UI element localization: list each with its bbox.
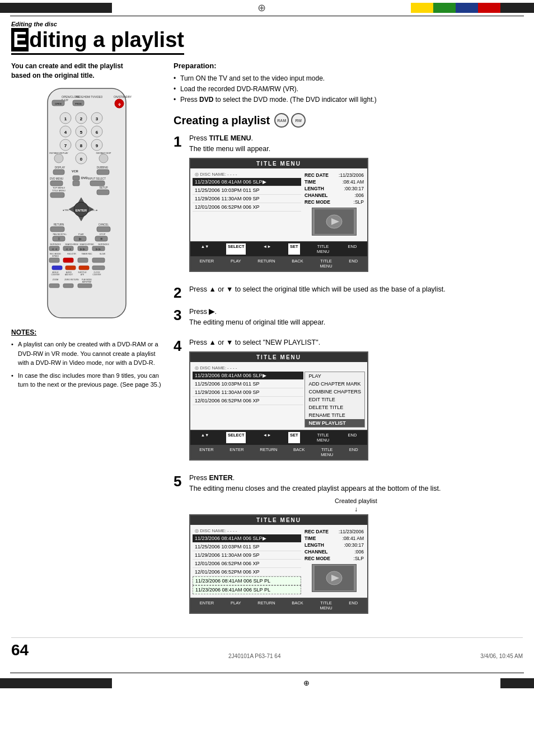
svg-text:PROG: PROG (75, 102, 82, 105)
svg-text:0: 0 (80, 157, 83, 162)
svg-rect-113 (78, 284, 92, 288)
svg-text:ON/STANDBY: ON/STANDBY (114, 95, 132, 98)
svg-text:ZERO RETURN: ZERO RETURN (64, 279, 79, 281)
step-2-text: Press ▲ or ▼ to select the original titl… (189, 284, 523, 295)
svg-text:6: 6 (96, 130, 99, 135)
step-3-number: 3 (174, 308, 189, 322)
crosshair-icon: ⊕ (257, 2, 266, 14)
svg-rect-52 (97, 190, 109, 195)
svg-text:PROG/HDMI TV/VIDEO: PROG/HDMI TV/VIDEO (76, 96, 103, 98)
svg-text:▶▶: ▶▶ (96, 247, 101, 251)
btn-set-2: SET (288, 432, 300, 443)
disc-icon-rw: RW (291, 113, 306, 128)
svg-text:TIMER REC: TIMER REC (81, 253, 92, 255)
disc-label-3: ◎ DISC NAME: - - - - (193, 527, 301, 534)
arrow-down-icon: ↓ (189, 505, 523, 513)
info-row-3-2: LENGTH :00:30:17 (305, 542, 364, 548)
step-2-number: 2 (174, 285, 189, 300)
subtitle: You can create and edit the playlistbase… (11, 62, 162, 81)
menu-new-playlist: NEW PLAYLIST (305, 419, 364, 427)
title-item-3-5: 11/23/2006 08:41AM 006 SLP PL (193, 576, 301, 585)
prep-item-3: Press DVD to select the DVD mode. (The D… (174, 95, 523, 105)
svg-text:SEARCH/FFWD: SEARCH/FFWD (79, 243, 94, 246)
preparation-list: Turn ON the TV and set to the video inpu… (174, 73, 523, 106)
title-menu-body-2: ◎ DISC NAME: - - - - 11/23/2006 08:41AM … (190, 362, 367, 430)
svg-rect-47 (90, 181, 105, 186)
disc-icons: RAM RW (274, 113, 306, 128)
btn-titlemenu2-2: TITLEMENU (319, 447, 335, 458)
btn-end-2: END (346, 432, 358, 443)
title-list-2: 11/23/2006 08:41AM 006 SLP▶ 11/25/2006 1… (193, 372, 303, 405)
step-5-content: Press ENTER.The editing menu closes and … (189, 473, 523, 619)
svg-text:ZOOM: ZOOM (53, 279, 59, 281)
step-1-text: Press TITLE MENU.The title menu will app… (189, 133, 523, 154)
svg-text:■: ■ (100, 237, 102, 241)
info-row-3-4: REC MODE :SLP (305, 555, 364, 562)
remote-control-container: OPEN/CLOSE E-E/P PROG/HDMI TV/VIDEO ON/S… (11, 86, 162, 321)
title-menu-bar-2: TITLE MENU (190, 353, 367, 362)
svg-text:ENTER: ENTER (76, 209, 87, 212)
menu-play: PLAY (305, 372, 364, 380)
svg-text:9: 9 (96, 143, 99, 148)
svg-text:8: 8 (80, 143, 83, 148)
tv-bottom-bar-1a: ▲▼ SELECT ◄► SET TITLEMENU END (190, 242, 367, 256)
list-with-menu: 11/23/2006 08:41AM 006 SLP▶ 11/25/2006 1… (193, 372, 365, 428)
bottom-bar-right-blocks (500, 678, 534, 688)
svg-rect-37 (53, 170, 64, 175)
left-column: You can create and edit the playlistbase… (11, 62, 162, 626)
svg-text:SPEED: SPEED (52, 255, 59, 257)
step-4-text: Press ▲ or ▼ to select "NEW PLAYLIST". (189, 337, 523, 348)
prep-item-2: Load the recorded DVD-RAM/RW (VR). (174, 84, 523, 95)
svg-text:SKIP/INDEX: SKIP/INDEX (50, 243, 61, 246)
title-item-2-2: 11/29/2006 11:30AM 009 SP (193, 388, 303, 397)
svg-text:DUBBING: DUBBING (97, 166, 109, 169)
bottom-bar: ⊕ (0, 675, 534, 691)
bottom-crosshair-icon: ⊕ (303, 679, 310, 687)
step-5-number: 5 (174, 474, 189, 489)
main-title-rest: diting a playlist (29, 28, 184, 51)
color-block-blue (456, 3, 478, 13)
top-bar: ⊕ (0, 0, 534, 16)
bottom-bar-left-block (0, 678, 112, 688)
info-row-1-1: TIME :08:41 AM (305, 179, 364, 185)
svg-text:VCR: VCR (72, 170, 78, 173)
tv-thumbnail-1 (312, 208, 357, 236)
step-1: 1 Press TITLE MENU.The title menu will a… (174, 133, 523, 278)
color-block-dark (500, 3, 534, 13)
svg-rect-93 (78, 258, 88, 262)
disc-label-2: ◎ DISC NAME: - - - - (193, 364, 365, 372)
btn-select-1: SELECT (226, 243, 246, 255)
svg-rect-92 (63, 258, 73, 262)
notes-list: A playlist can only be created with a DV… (11, 340, 162, 389)
svg-rect-112 (63, 284, 73, 288)
btn-back-3: BACK (290, 600, 305, 611)
svg-rect-44 (73, 181, 79, 186)
step-1-number: 1 (174, 134, 189, 149)
tv-bottom-bar-2a: ▲▼ SELECT ◄► SET TITLEMENU END (190, 430, 367, 445)
tv-thumbnail-3 (312, 564, 357, 592)
svg-rect-62 (50, 227, 64, 232)
svg-rect-111 (49, 284, 59, 288)
title-item-2-3: 12/01/2006 06:52PM 006 XP (193, 397, 303, 405)
svg-text:TRK+►: TRK+► (90, 209, 98, 212)
info-row-3-0: REC DATE :11/23/2006 (305, 528, 364, 535)
title-item-3-3: 12/01/2006 06:52PM 006 XP (193, 560, 301, 568)
prep-item-1: Turn ON the TV and set to the video inpu… (174, 73, 523, 84)
title-item-3-6: 11/23/2006 08:41AM 006 SLP PL (193, 585, 301, 594)
title-menu-list-1: ◎ DISC NAME: - - - - 11/23/2006 08:41AM … (193, 171, 301, 239)
title-menu-list-area-2: ◎ DISC NAME: - - - - 11/23/2006 08:41AM … (193, 364, 365, 428)
main-title: Editing a playlist (11, 29, 184, 55)
svg-text:3: 3 (96, 116, 99, 121)
dropdown-menu-2: PLAY ADD CHAPTER MARK COMBINE CHAPTERS E… (305, 372, 365, 428)
svg-text:PLAY: PLAY (78, 233, 84, 236)
creating-playlist-header: Creating a playlist RAM RW (174, 113, 523, 128)
svg-text:COUNTER: COUNTER (93, 274, 102, 276)
svg-rect-91 (49, 258, 59, 262)
svg-text:⏸: ⏸ (57, 237, 61, 241)
title-item-3-1: 11/25/2006 10:03PM 011 SP (193, 543, 301, 551)
btn-return-1: RETURN (256, 258, 277, 269)
title-menu-screen-1: TITLE MENU ◎ DISC NAME: - - - - 11/23/20… (189, 158, 368, 272)
menu-delete: DELETE TITLE (305, 403, 364, 411)
btn-nav-1: ▲▼ (199, 243, 211, 255)
menu-add-chapter: ADD CHAPTER MARK (305, 380, 364, 388)
